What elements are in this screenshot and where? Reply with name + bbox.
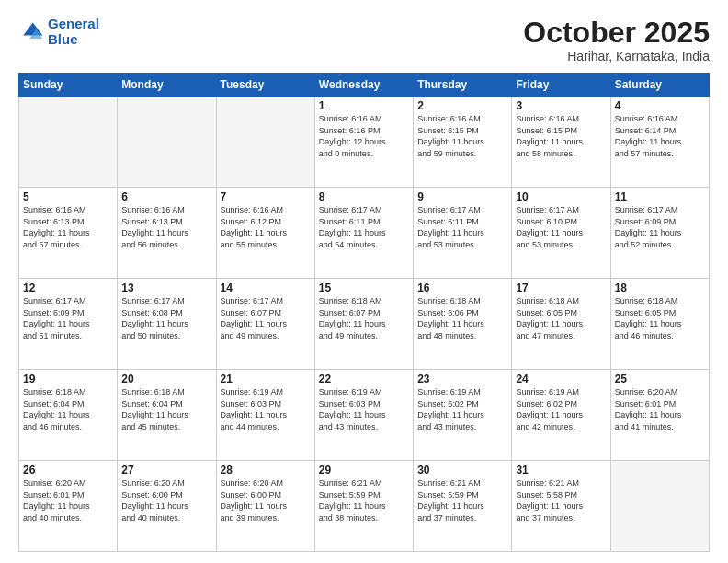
calendar-cell: 17Sunrise: 6:18 AM Sunset: 6:05 PM Dayli… [512, 279, 610, 370]
calendar-cell [610, 461, 709, 552]
day-number: 15 [319, 282, 409, 294]
day-number: 29 [319, 464, 409, 477]
calendar-cell: 14Sunrise: 6:17 AM Sunset: 6:07 PM Dayli… [216, 279, 314, 370]
day-number: 30 [417, 464, 507, 477]
logo-line1: General [48, 16, 99, 31]
page: General Blue October 2025 Harihar, Karna… [0, 0, 728, 563]
calendar-cell: 10Sunrise: 6:17 AM Sunset: 6:10 PM Dayli… [512, 188, 610, 279]
day-number: 23 [417, 373, 507, 385]
week-row-5: 26Sunrise: 6:20 AM Sunset: 6:01 PM Dayli… [19, 461, 710, 552]
calendar-cell: 13Sunrise: 6:17 AM Sunset: 6:08 PM Dayli… [118, 279, 216, 370]
day-info: Sunrise: 6:16 AM Sunset: 6:16 PM Dayligh… [319, 113, 409, 159]
day-info: Sunrise: 6:19 AM Sunset: 6:03 PM Dayligh… [319, 386, 409, 432]
calendar-cell: 31Sunrise: 6:21 AM Sunset: 5:58 PM Dayli… [512, 461, 610, 552]
calendar-cell: 27Sunrise: 6:20 AM Sunset: 6:00 PM Dayli… [118, 461, 216, 552]
header-tuesday: Tuesday [216, 74, 314, 97]
calendar-cell: 26Sunrise: 6:20 AM Sunset: 6:01 PM Dayli… [19, 461, 118, 552]
day-info: Sunrise: 6:16 AM Sunset: 6:14 PM Dayligh… [615, 113, 705, 159]
calendar-cell: 18Sunrise: 6:18 AM Sunset: 6:05 PM Dayli… [610, 279, 709, 370]
header: General Blue October 2025 Harihar, Karna… [18, 17, 710, 63]
day-number: 24 [516, 373, 606, 385]
day-info: Sunrise: 6:21 AM Sunset: 5:59 PM Dayligh… [417, 477, 507, 523]
day-info: Sunrise: 6:17 AM Sunset: 6:09 PM Dayligh… [23, 295, 113, 341]
header-saturday: Saturday [610, 74, 709, 97]
day-info: Sunrise: 6:18 AM Sunset: 6:04 PM Dayligh… [121, 386, 211, 432]
day-number: 1 [319, 99, 409, 112]
day-number: 19 [23, 373, 113, 385]
header-thursday: Thursday [414, 74, 512, 97]
calendar-cell: 25Sunrise: 6:20 AM Sunset: 6:01 PM Dayli… [610, 370, 709, 461]
calendar-cell: 4Sunrise: 6:16 AM Sunset: 6:14 PM Daylig… [610, 97, 709, 188]
week-row-1: 1Sunrise: 6:16 AM Sunset: 6:16 PM Daylig… [19, 97, 710, 188]
day-info: Sunrise: 6:16 AM Sunset: 6:15 PM Dayligh… [417, 113, 507, 159]
day-number: 11 [615, 190, 705, 203]
day-number: 31 [516, 464, 606, 477]
day-number: 7 [221, 190, 311, 203]
day-info: Sunrise: 6:17 AM Sunset: 6:08 PM Dayligh… [121, 295, 211, 341]
day-info: Sunrise: 6:17 AM Sunset: 6:10 PM Dayligh… [516, 204, 606, 250]
calendar-cell: 21Sunrise: 6:19 AM Sunset: 6:03 PM Dayli… [216, 370, 314, 461]
calendar-cell: 1Sunrise: 6:16 AM Sunset: 6:16 PM Daylig… [314, 97, 413, 188]
day-number: 8 [319, 190, 409, 203]
header-monday: Monday [118, 74, 216, 97]
day-info: Sunrise: 6:19 AM Sunset: 6:03 PM Dayligh… [221, 386, 311, 432]
week-row-2: 5Sunrise: 6:16 AM Sunset: 6:13 PM Daylig… [19, 188, 710, 279]
calendar-cell: 22Sunrise: 6:19 AM Sunset: 6:03 PM Dayli… [314, 370, 413, 461]
day-info: Sunrise: 6:21 AM Sunset: 5:58 PM Dayligh… [516, 477, 606, 523]
header-sunday: Sunday [19, 74, 118, 97]
calendar-cell: 2Sunrise: 6:16 AM Sunset: 6:15 PM Daylig… [414, 97, 512, 188]
day-number: 27 [121, 464, 211, 477]
day-number: 22 [319, 373, 409, 385]
day-number: 4 [615, 99, 705, 112]
week-row-3: 12Sunrise: 6:17 AM Sunset: 6:09 PM Dayli… [19, 279, 710, 370]
day-info: Sunrise: 6:16 AM Sunset: 6:12 PM Dayligh… [221, 204, 311, 250]
day-number: 21 [221, 373, 311, 385]
day-number: 20 [121, 373, 211, 385]
calendar-cell: 5Sunrise: 6:16 AM Sunset: 6:13 PM Daylig… [19, 188, 118, 279]
calendar-cell: 7Sunrise: 6:16 AM Sunset: 6:12 PM Daylig… [216, 188, 314, 279]
weekday-header-row: Sunday Monday Tuesday Wednesday Thursday… [19, 74, 710, 97]
day-info: Sunrise: 6:17 AM Sunset: 6:11 PM Dayligh… [417, 204, 507, 250]
calendar-cell: 15Sunrise: 6:18 AM Sunset: 6:07 PM Dayli… [314, 279, 413, 370]
day-info: Sunrise: 6:20 AM Sunset: 6:00 PM Dayligh… [121, 477, 211, 523]
calendar-cell: 9Sunrise: 6:17 AM Sunset: 6:11 PM Daylig… [414, 188, 512, 279]
title-block: October 2025 Harihar, Karnataka, India [523, 17, 710, 63]
calendar-cell: 30Sunrise: 6:21 AM Sunset: 5:59 PM Dayli… [414, 461, 512, 552]
day-info: Sunrise: 6:18 AM Sunset: 6:06 PM Dayligh… [417, 295, 507, 341]
svg-marker-0 [23, 22, 42, 35]
day-info: Sunrise: 6:18 AM Sunset: 6:05 PM Dayligh… [516, 295, 606, 341]
logo: General Blue [18, 17, 99, 47]
day-info: Sunrise: 6:19 AM Sunset: 6:02 PM Dayligh… [516, 386, 606, 432]
day-info: Sunrise: 6:20 AM Sunset: 6:00 PM Dayligh… [221, 477, 311, 523]
day-info: Sunrise: 6:17 AM Sunset: 6:09 PM Dayligh… [615, 204, 705, 250]
day-info: Sunrise: 6:20 AM Sunset: 6:01 PM Dayligh… [23, 477, 113, 523]
day-info: Sunrise: 6:19 AM Sunset: 6:02 PM Dayligh… [417, 386, 507, 432]
day-number: 18 [615, 282, 705, 294]
day-number: 26 [23, 464, 113, 477]
week-row-4: 19Sunrise: 6:18 AM Sunset: 6:04 PM Dayli… [19, 370, 710, 461]
calendar-cell [118, 97, 216, 188]
month-title: October 2025 [523, 17, 710, 49]
calendar-cell: 23Sunrise: 6:19 AM Sunset: 6:02 PM Dayli… [414, 370, 512, 461]
calendar-cell: 28Sunrise: 6:20 AM Sunset: 6:00 PM Dayli… [216, 461, 314, 552]
calendar-cell: 3Sunrise: 6:16 AM Sunset: 6:15 PM Daylig… [512, 97, 610, 188]
day-number: 17 [516, 282, 606, 294]
logo-line2: Blue [48, 31, 78, 47]
day-number: 28 [221, 464, 311, 477]
header-wednesday: Wednesday [314, 74, 413, 97]
calendar-cell: 11Sunrise: 6:17 AM Sunset: 6:09 PM Dayli… [610, 188, 709, 279]
calendar-cell: 24Sunrise: 6:19 AM Sunset: 6:02 PM Dayli… [512, 370, 610, 461]
day-info: Sunrise: 6:16 AM Sunset: 6:13 PM Dayligh… [23, 204, 113, 250]
day-number: 16 [417, 282, 507, 294]
day-info: Sunrise: 6:17 AM Sunset: 6:11 PM Dayligh… [319, 204, 409, 250]
day-info: Sunrise: 6:20 AM Sunset: 6:01 PM Dayligh… [615, 386, 705, 432]
day-number: 9 [417, 190, 507, 203]
day-info: Sunrise: 6:17 AM Sunset: 6:07 PM Dayligh… [221, 295, 311, 341]
day-info: Sunrise: 6:21 AM Sunset: 5:59 PM Dayligh… [319, 477, 409, 523]
calendar-cell: 6Sunrise: 6:16 AM Sunset: 6:13 PM Daylig… [118, 188, 216, 279]
day-number: 13 [121, 282, 211, 294]
day-number: 14 [221, 282, 311, 294]
day-number: 10 [516, 190, 606, 203]
day-number: 12 [23, 282, 113, 294]
day-number: 25 [615, 373, 705, 385]
